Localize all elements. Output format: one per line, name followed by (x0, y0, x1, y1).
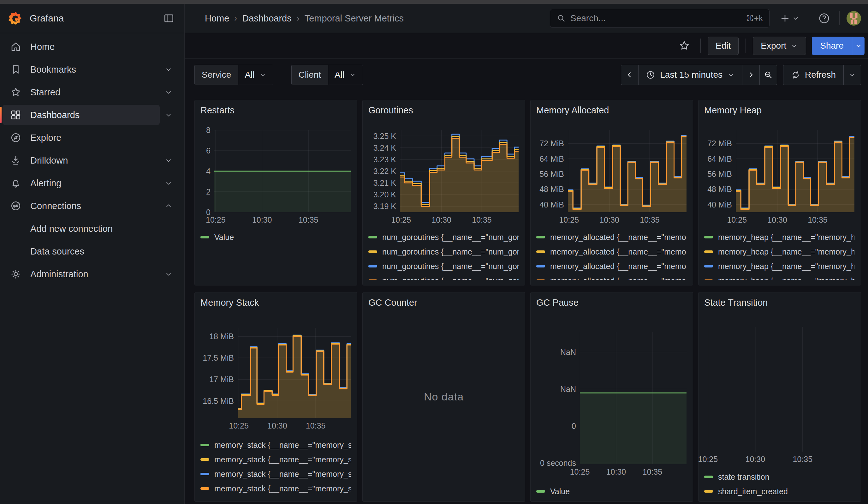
legend-series-label[interactable]: memory_stack {__name__="memory_stack" (214, 470, 351, 479)
star-icon (10, 86, 21, 98)
panel-title-memory-heap[interactable]: Memory Heap (704, 104, 762, 116)
chevron-down-icon[interactable] (160, 270, 177, 278)
zoom-out-time-button[interactable] (760, 65, 777, 85)
share-button[interactable]: Share (812, 37, 852, 55)
legend-series-label[interactable]: memory_allocated {__name__="memory_alloc… (550, 262, 686, 271)
sidebar-item-bookmarks: Bookmarks (0, 59, 184, 80)
service-filter-label: Service (195, 65, 238, 85)
legend-series-label[interactable]: memory_allocated {__name__="memory_alloc… (550, 247, 686, 256)
panel-title-gc-counter[interactable]: GC Counter (368, 297, 417, 308)
x-tick-label: 10:30 (599, 215, 619, 225)
chevron-down-icon[interactable] (160, 156, 177, 165)
sidebar-link-dashboards[interactable]: Dashboards (2, 105, 160, 125)
legend-series-label[interactable]: memory_heap {__name__="memory_heap" (718, 262, 855, 271)
sidebar-link-alerting[interactable]: Alerting (2, 173, 160, 193)
search-box[interactable]: ⌘+k (550, 9, 769, 28)
edit-button[interactable]: Edit (707, 37, 738, 55)
breadcrumb-home[interactable]: Home (205, 13, 229, 24)
sidebar-link-add-new-connection[interactable]: Add new connection (2, 218, 160, 239)
clock-icon (645, 70, 655, 80)
legend-series-label[interactable]: memory_allocated {__name__="memory_alloc… (550, 233, 686, 242)
chevron-down-icon[interactable] (160, 111, 177, 119)
sidebar-item-label: Alerting (30, 178, 61, 188)
time-range-picker[interactable]: Last 15 minutes (638, 65, 742, 85)
chart-plot-area[interactable] (214, 130, 351, 212)
export-button[interactable]: Export (753, 37, 806, 55)
breadcrumb-dashboards[interactable]: Dashboards (242, 13, 291, 24)
legend-series-label[interactable]: Value (550, 487, 570, 496)
chart-plot-area[interactable] (238, 328, 351, 418)
chart-plot-area[interactable] (704, 327, 855, 452)
legend-series-label[interactable]: shard_item_created (718, 487, 788, 496)
toolbar-divider (700, 39, 701, 53)
zoom-out-icon (764, 70, 773, 80)
legend-series-label[interactable]: num_goroutines {__name__="num_goroutines… (382, 276, 519, 280)
plug-icon (10, 200, 21, 212)
legend-series-label[interactable]: memory_allocated {__name__="memory_alloc… (550, 276, 686, 280)
legend-item: memory_allocated {__name__="memory_alloc… (536, 245, 687, 259)
add-new-button[interactable] (778, 11, 802, 25)
chart-plot-area[interactable] (568, 130, 686, 212)
legend-series-label[interactable]: memory_heap {__name__="memory_heap" (718, 276, 855, 280)
sidebar-toggle-icon[interactable] (161, 10, 177, 26)
panel-title-state-transition[interactable]: State Transition (704, 297, 768, 308)
sidebar-item-administration: Administration (0, 264, 184, 284)
legend-series-label[interactable]: memory_heap {__name__="memory_heap" (718, 233, 855, 242)
x-tick-label: 10:30 (767, 215, 787, 225)
brand-name[interactable]: Grafana (30, 13, 64, 24)
sidebar-link-home[interactable]: Home (2, 37, 160, 57)
breadcrumb: Home › Dashboards › Temporal Server Metr… (205, 13, 404, 24)
client-filter-label: Client (292, 65, 328, 85)
chevron-down-icon (259, 71, 267, 79)
legend-series-label[interactable]: memory_heap {__name__="memory_heap" (718, 247, 855, 256)
legend-series-label[interactable]: num_goroutines {__name__="num_goroutines… (382, 247, 519, 256)
y-tick-label: 48 MiB (707, 185, 732, 194)
panel-title-gc-pause[interactable]: GC Pause (536, 297, 579, 308)
panel-legend: memory_allocated {__name__="memory_alloc… (536, 230, 687, 280)
legend-series-label[interactable]: state transition (718, 472, 769, 482)
dashboard-toolbar: Edit Export Share (185, 33, 868, 59)
legend-series-label[interactable]: memory_stack {__name__="memory_stack" (214, 484, 351, 493)
client-filter-value[interactable]: All (328, 65, 363, 85)
service-filter-value[interactable]: All (238, 65, 273, 85)
user-avatar[interactable] (847, 11, 861, 25)
chevron-up-icon[interactable] (160, 202, 177, 210)
panel-title-memory-allocated[interactable]: Memory Allocated (536, 104, 609, 116)
sidebar-link-administration[interactable]: Administration (2, 264, 160, 284)
legend-series-label[interactable]: num_goroutines {__name__="num_goroutines… (382, 233, 519, 242)
chart-plot-area[interactable] (580, 332, 686, 464)
time-shift-forward-button[interactable] (742, 65, 760, 85)
legend-item: shard_item_created (704, 484, 855, 498)
chevron-down-icon[interactable] (160, 179, 177, 187)
sidebar-link-explore[interactable]: Explore (2, 127, 160, 148)
search-input[interactable] (570, 13, 742, 23)
sidebar-link-data-sources[interactable]: Data sources (2, 241, 160, 261)
grafana-logo-icon[interactable] (7, 10, 23, 26)
legend-series-label[interactable]: memory_stack {__name__="memory_stack" (214, 441, 351, 450)
panel-title-goroutines[interactable]: Goroutines (368, 104, 413, 116)
time-shift-back-button[interactable] (621, 65, 639, 85)
chevron-down-icon[interactable] (160, 88, 177, 96)
x-tick-label: 10:35 (299, 215, 319, 225)
panel-title-restarts[interactable]: Restarts (200, 104, 235, 116)
panel-title-memory-stack[interactable]: Memory Stack (200, 297, 259, 308)
share-options-caret[interactable] (852, 37, 865, 55)
chart-plot-area[interactable] (400, 130, 519, 212)
sidebar-link-connections[interactable]: Connections (2, 196, 160, 216)
legend-series-label[interactable]: num_goroutines {__name__="num_goroutines… (382, 262, 519, 271)
sidebar-link-drilldown[interactable]: Drilldown (2, 150, 160, 171)
help-icon[interactable] (816, 10, 832, 27)
legend-series-label[interactable]: memory_stack {__name__="memory_stack" (214, 455, 351, 464)
y-tick-label: 56 MiB (707, 169, 732, 178)
sidebar-link-starred[interactable]: Starred (2, 82, 160, 102)
chart-plot-area[interactable] (736, 130, 855, 212)
sidebar-link-bookmarks[interactable]: Bookmarks (2, 59, 160, 80)
refresh-interval-caret[interactable] (844, 65, 861, 85)
sidebar-item-label: Data sources (30, 246, 84, 257)
chevron-down-icon[interactable] (160, 65, 177, 74)
sidebar-item-label: Starred (30, 87, 60, 97)
legend-series-label[interactable]: Value (214, 233, 234, 242)
y-tick-label: 3.25 K (373, 132, 396, 141)
favorite-star-icon[interactable] (675, 37, 693, 55)
refresh-button[interactable]: Refresh (783, 65, 844, 85)
